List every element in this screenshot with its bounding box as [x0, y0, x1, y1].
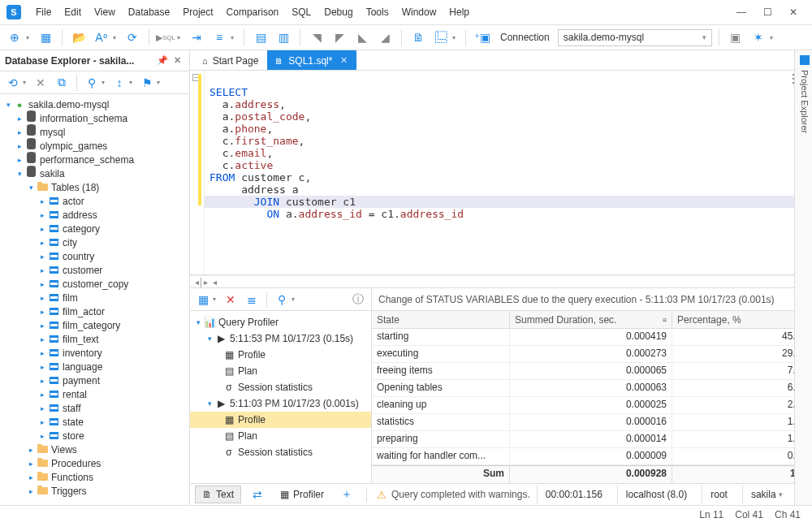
new-sql-icon[interactable]: ▦ [36, 28, 55, 47]
sql-editor[interactable]: − SELECT a.address, a.postal_code, a.pho… [190, 71, 812, 275]
tree-db[interactable]: olympic_games [40, 140, 107, 152]
profiler-item[interactable]: Plan [238, 365, 257, 377]
tree-db[interactable]: information_schema [40, 113, 127, 124]
bookmark-icon[interactable]: ◥ [307, 28, 326, 47]
profiler-grid-icon[interactable]: ▦ [193, 290, 213, 309]
profiler-item-selected[interactable]: Profile [238, 414, 266, 425]
menu-database[interactable]: Database [122, 6, 176, 18]
grid-row[interactable]: Opening tables0.0000636.79 [372, 380, 812, 397]
tree-table[interactable]: film [63, 292, 78, 304]
profiler-item[interactable]: Profile [238, 349, 266, 360]
tree-db-active[interactable]: sakila [40, 168, 65, 179]
tree-table[interactable]: customer [63, 265, 102, 276]
project-explorer-rail[interactable]: Project Explorer [794, 50, 812, 505]
profiler-item[interactable]: Session statistics [238, 447, 313, 458]
grid-row[interactable]: cleaning up0.0000252.69 [372, 397, 812, 414]
window-minimize-icon[interactable]: — [736, 6, 747, 18]
tree-table[interactable]: payment [63, 375, 100, 386]
tree-table[interactable]: address [63, 209, 97, 221]
clear-bookmark-icon[interactable]: ◢ [375, 28, 395, 47]
profiler-run[interactable]: 5:11:53 PM 10/17/23 (0.15s) [230, 333, 353, 344]
collapse-icon[interactable]: ⟲ [3, 73, 23, 93]
menu-window[interactable]: Window [395, 6, 443, 18]
tab-sql-file[interactable]: 🗎SQL1.sql*✕ [267, 50, 356, 70]
tree-table[interactable]: city [63, 237, 77, 248]
menu-edit[interactable]: Edit [58, 6, 88, 18]
grid-body[interactable]: starting0.00041945.15executing0.00027329… [372, 329, 812, 465]
tree-db[interactable]: mysql [40, 127, 65, 138]
tree-table[interactable]: category [63, 223, 100, 235]
pin-icon[interactable]: 📌 [155, 55, 170, 66]
bottom-tab-profiler[interactable]: ▦Profiler [274, 486, 330, 503]
grid-row[interactable]: starting0.00041945.15 [372, 329, 812, 346]
grid-row[interactable]: statistics0.0000161.72 [372, 414, 812, 431]
col-duration[interactable]: Summed Duration, sec.≡ [510, 311, 672, 328]
swap-icon[interactable]: ⇄ [248, 485, 267, 504]
profiler-list-icon[interactable]: ≣ [242, 290, 261, 309]
menu-debug[interactable]: Debug [317, 6, 359, 18]
tree-table[interactable]: film_category [63, 320, 120, 331]
tab-start-page[interactable]: ⌂Start Page [195, 50, 267, 70]
tree-table[interactable]: actor [63, 196, 84, 207]
profiler-root[interactable]: Query Profiler [218, 317, 279, 328]
menu-help[interactable]: Help [443, 6, 476, 18]
db-tree[interactable]: ▾●sakila.demo-mysql ▸information_schema … [0, 94, 189, 505]
list-icon[interactable]: ≡ [209, 28, 229, 47]
grid-row[interactable]: executing0.00027329.42 [372, 346, 812, 363]
close-panel-icon[interactable]: ✕ [170, 55, 184, 66]
bottom-tab-text[interactable]: 🗎Text [195, 486, 241, 503]
profiler-item[interactable]: Plan [238, 430, 257, 442]
editor-splitter[interactable]: ◂│▸◂▸ [190, 275, 812, 287]
db-action-icon[interactable]: ✶ [749, 28, 768, 47]
copy-icon[interactable]: ⧉ [52, 73, 71, 93]
tree-table[interactable]: film_text [63, 334, 99, 345]
grid-row[interactable]: preparing0.0000141.51 [372, 431, 812, 448]
profiler-run[interactable]: 5:11:03 PM 10/17/23 (0.001s) [230, 398, 359, 409]
grid-row[interactable]: waiting for handler com...0.0000090.97 [372, 448, 812, 465]
add-db-icon[interactable]: ⁺▣ [473, 28, 492, 47]
tree-folder[interactable]: Functions [51, 472, 93, 483]
debug-step-icon[interactable]: ⇥ [187, 28, 206, 47]
splitter-handle-icon[interactable]: ◂│▸ [195, 278, 208, 287]
tree-table[interactable]: staff [63, 403, 80, 414]
uncomment-icon[interactable]: ▥ [274, 28, 293, 47]
window-maximize-icon[interactable]: ☐ [762, 6, 773, 18]
menu-project[interactable]: Project [176, 6, 219, 18]
profiler-info-icon[interactable]: ⓘ [348, 290, 368, 309]
close-tab-icon[interactable]: ✕ [340, 55, 348, 66]
tree-table[interactable]: country [63, 251, 94, 262]
menu-tools[interactable]: Tools [360, 6, 395, 18]
tree-tables[interactable]: Tables (18) [51, 182, 99, 193]
execute-sql-icon[interactable]: ▶SQL [156, 28, 175, 47]
profiler-item[interactable]: Session statistics [238, 382, 313, 393]
comment-icon[interactable]: ▤ [251, 28, 270, 47]
add-tab-icon[interactable]: ＋ [337, 485, 356, 504]
tree-table[interactable]: inventory [63, 348, 102, 359]
profiler-delete-icon[interactable]: ✕ [221, 290, 240, 309]
next-bookmark-icon[interactable]: ◣ [352, 28, 372, 47]
tree-table[interactable]: film_actor [63, 306, 105, 317]
connection-select[interactable]: sakila.demo-mysql▾ [558, 29, 712, 46]
tree-folder[interactable]: Triggers [51, 486, 87, 497]
filter-icon[interactable]: ⚲ [82, 73, 102, 93]
menu-file[interactable]: File [29, 6, 58, 18]
font-size-icon[interactable]: Aᵒ [92, 28, 111, 47]
tree-table[interactable]: language [63, 361, 102, 373]
db-gray-icon[interactable]: ▣ [726, 28, 745, 47]
window-close-icon[interactable]: ✕ [788, 6, 799, 18]
tree-server[interactable]: sakila.demo-mysql [28, 99, 109, 110]
tree-table[interactable]: rental [63, 389, 87, 400]
delete-icon[interactable]: ✕ [31, 73, 50, 93]
tree-db[interactable]: performance_schema [40, 154, 134, 166]
page-icon[interactable]: 🗎 [408, 28, 428, 47]
tree-folder[interactable]: Views [51, 444, 77, 455]
menu-comparison[interactable]: Comparison [220, 6, 286, 18]
tree-table[interactable]: customer_copy [63, 278, 128, 290]
menu-sql[interactable]: SQL [285, 6, 317, 18]
prev-bookmark-icon[interactable]: ◤ [330, 28, 349, 47]
col-percentage[interactable]: Percentage, % [672, 311, 812, 328]
tree-table[interactable]: store [63, 430, 84, 442]
refresh-icon[interactable]: ⟳ [123, 28, 142, 47]
new-connection-icon[interactable]: ⊕ [5, 28, 24, 47]
profiler-settings-icon[interactable]: ⚲ [272, 290, 292, 309]
